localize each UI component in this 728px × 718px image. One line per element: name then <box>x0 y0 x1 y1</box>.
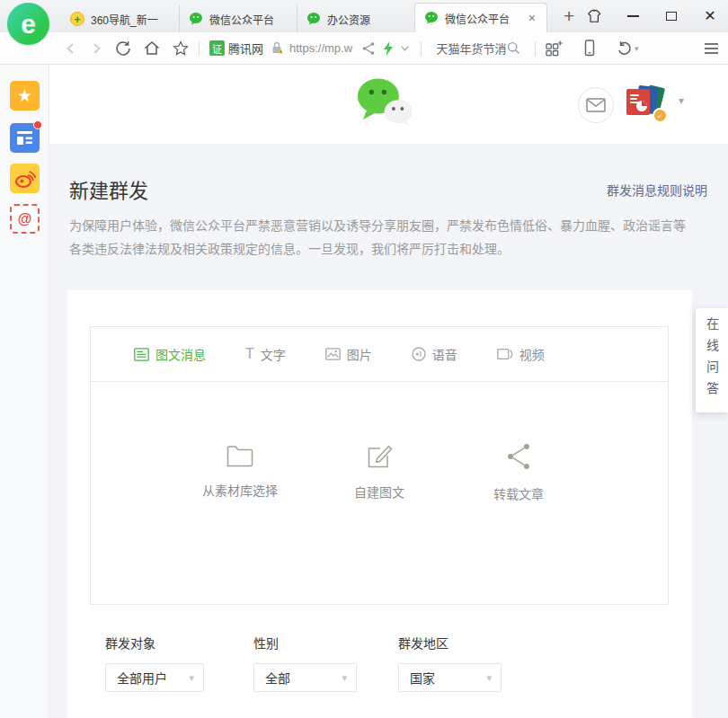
field-label: 性别 <box>253 634 357 652</box>
select-value: 全部用户 <box>117 669 167 687</box>
field-gender: 性别 全部 ▾ <box>253 634 357 692</box>
option-label: 转载文章 <box>463 484 575 502</box>
wechat-favicon-icon <box>306 12 321 26</box>
caret-down-icon: ▾ <box>189 672 194 684</box>
caret-down-icon: ▾ <box>342 672 347 684</box>
option-create-article[interactable]: 自建图文 <box>324 441 436 502</box>
tab-video-message[interactable]: 视频 <box>497 345 545 363</box>
gender-select[interactable]: 全部 ▾ <box>253 663 357 692</box>
field-broadcast-target: 群发对象 全部用户 ▾ <box>105 634 204 692</box>
account-caret-down-icon[interactable]: ▾ <box>679 94 684 107</box>
wechat-favicon-icon <box>189 12 203 26</box>
message-type-tabs: 图文消息 T 文字 图片 语音 <box>91 327 668 382</box>
option-from-material-library[interactable]: 从素材库选择 <box>184 441 297 502</box>
tab-wechat-mp-1[interactable]: 微信公众平台 <box>179 5 297 32</box>
close-window-button[interactable]: ✕ <box>703 9 717 23</box>
target-select[interactable]: 全部用户 ▾ <box>105 663 204 692</box>
avatar-layer <box>626 89 650 115</box>
lock-warning-icon[interactable] <box>271 41 284 55</box>
tab-label: 微信公众平台 <box>445 11 520 26</box>
field-label: 群发对象 <box>105 634 204 652</box>
tab-article-message[interactable]: 图文消息 <box>134 345 206 363</box>
wechat-logo-icon <box>355 77 413 126</box>
share-icon[interactable] <box>361 41 376 56</box>
extensions-grid-icon[interactable] <box>546 40 563 57</box>
browser-viewport: ★ @ <box>0 65 728 718</box>
skin-tshirt-icon[interactable] <box>587 9 601 23</box>
forward-button[interactable] <box>90 42 102 55</box>
caret-down-icon: ▾ <box>486 672 492 684</box>
notification-dot <box>33 120 42 129</box>
broadcast-rules-link[interactable]: 群发消息规则说明 <box>607 181 707 199</box>
option-label: 自建图文 <box>324 483 436 501</box>
home-button[interactable] <box>144 40 160 56</box>
minimize-button[interactable] <box>626 9 640 23</box>
tab-image-message[interactable]: 图片 <box>325 345 372 363</box>
mail-rail-icon[interactable]: @ <box>10 204 40 234</box>
account-avatar[interactable]: ✓ <box>626 84 664 121</box>
url-chevron-down-icon[interactable] <box>399 42 411 54</box>
region-select[interactable]: 国家 ▾ <box>398 663 502 692</box>
weibo-rail-icon[interactable] <box>10 164 40 193</box>
tab-label: 文字 <box>261 345 286 363</box>
quick-search-box[interactable]: 天猫年货节消 <box>431 40 525 57</box>
speed-bolt-icon[interactable] <box>383 41 394 56</box>
compose-options: 从素材库选择 自建图文 转载文章 <box>91 382 668 502</box>
tab-office-resources[interactable]: 办公资源 <box>297 5 414 32</box>
refresh-button[interactable] <box>115 40 131 57</box>
policy-notice-text: 为保障用户体验，微信公众平台严禁恶意营销以及诱导分享朋友圈，严禁发布色情低俗、暴… <box>69 214 697 261</box>
tab-voice-message[interactable]: 语音 <box>412 345 457 363</box>
browser-side-rail: ★ @ <box>0 65 49 718</box>
select-value: 国家 <box>410 669 435 687</box>
video-icon <box>497 347 513 361</box>
option-label: 从素材库选择 <box>184 481 297 499</box>
browser-logo-icon[interactable]: e <box>7 3 49 45</box>
new-tab-button[interactable]: + <box>558 0 580 32</box>
favorites-star-icon[interactable] <box>173 40 189 57</box>
search-input[interactable]: 天猫年货节消 <box>437 40 507 57</box>
field-label: 群发地区 <box>398 634 502 652</box>
field-broadcast-region: 群发地区 国家 ▾ <box>398 634 502 692</box>
site-verified-badge[interactable]: 证 <box>209 40 225 56</box>
verified-check-badge: ✓ <box>653 108 668 123</box>
online-qa-tab[interactable]: 在线问答 <box>696 308 728 412</box>
messages-envelope-button[interactable] <box>578 87 614 123</box>
toolbar-divider <box>199 41 200 56</box>
edit-icon <box>364 441 395 470</box>
toolbar-divider <box>535 41 536 56</box>
main-menu-icon[interactable] <box>704 42 719 55</box>
option-repost-article[interactable]: 转载文章 <box>463 441 575 502</box>
undo-caret-down-icon[interactable]: ▾ <box>635 44 639 53</box>
tab-label: 微信公众平台 <box>209 12 288 27</box>
wechat-favicon-icon <box>424 11 439 25</box>
site-name[interactable]: 腾讯网 <box>228 40 263 57</box>
tab-label: 办公资源 <box>327 12 405 27</box>
tab-close-icon[interactable]: × <box>527 12 537 24</box>
back-button[interactable] <box>65 42 77 55</box>
tab-text-message[interactable]: T 文字 <box>245 345 286 363</box>
browser-toolbar: 证 腾讯网 https://mp.w 天猫年货节消 ▾ <box>0 32 728 65</box>
window-controls: ✕ <box>587 0 717 32</box>
image-icon <box>325 348 341 360</box>
tab-strip: + 360导航_新一 微信公众平台 办公资源 微信公众平台 × <box>61 0 580 32</box>
text-t-icon: T <box>245 347 254 361</box>
tab-360-nav[interactable]: + 360导航_新一 <box>61 5 179 32</box>
broadcast-filter-form: 群发对象 全部用户 ▾ 性别 全部 ▾ 群发地区 <box>105 634 502 692</box>
url-text[interactable]: https://mp.w <box>289 41 352 55</box>
tab-label: 语音 <box>432 345 457 363</box>
browser-tab-bar: e + 360导航_新一 微信公众平台 办公资源 <box>0 0 728 32</box>
toolbar-divider <box>421 41 422 56</box>
title-row: 新建群发 群发消息规则说明 <box>69 174 707 203</box>
tab-label: 360导航_新一 <box>91 12 170 27</box>
article-icon <box>134 348 149 361</box>
favorites-rail-icon[interactable]: ★ <box>10 81 40 111</box>
mobile-phone-icon[interactable] <box>582 40 597 57</box>
360nav-favicon-icon: + <box>70 12 84 26</box>
undo-recent-icon[interactable] <box>617 40 633 56</box>
news-feed-rail-icon[interactable] <box>10 123 40 153</box>
folder-icon <box>225 441 255 468</box>
share-nodes-icon <box>504 441 533 472</box>
tab-label: 图文消息 <box>155 345 206 363</box>
maximize-button[interactable] <box>664 9 679 23</box>
tab-wechat-mp-active[interactable]: 微信公众平台 × <box>414 3 547 32</box>
